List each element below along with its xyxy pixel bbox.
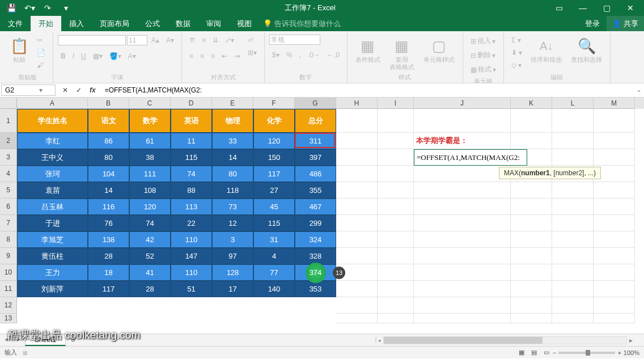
cell-F1[interactable]: 化学 [253,109,295,133]
align-left-icon[interactable]: ≡ [187,50,196,62]
fill-color-icon[interactable]: 🪣▾ [107,50,124,62]
cell-E3[interactable]: 14 [212,149,253,166]
cell-G6[interactable]: 467 [295,199,336,215]
font-family-input[interactable] [58,35,126,45]
cell-M9[interactable] [594,248,635,264]
cell-F5[interactable]: 27 [253,182,295,199]
font-size-input[interactable] [127,35,147,45]
cell-K8[interactable] [511,231,552,248]
share-button[interactable]: 👤 共享 [607,16,644,31]
cell-B2[interactable]: 86 [88,133,129,149]
cell-K6[interactable] [511,199,552,215]
cell-J10[interactable] [414,264,511,281]
zoom-in-icon[interactable]: + [617,349,621,356]
cell-I8[interactable] [378,231,414,248]
align-top-icon[interactable]: ⇈ [187,35,198,46]
cell-C8[interactable]: 42 [129,231,171,248]
cell-B6[interactable]: 116 [88,199,129,215]
cell-D9[interactable]: 147 [171,248,212,264]
cell-A11[interactable]: 刘新萍 [17,281,88,297]
cell-H1[interactable] [336,109,378,133]
cell-L12[interactable] [552,297,594,314]
cell-B11[interactable]: 117 [88,281,129,297]
delete-cells-button[interactable]: ⊟ 删除 ▾ [468,49,499,62]
cell-G3[interactable]: 397 [295,149,336,166]
cell-M6[interactable] [594,199,635,215]
cell-I1[interactable] [378,109,414,133]
cell-H4[interactable] [336,166,378,182]
col-header-M[interactable]: M [594,98,635,109]
cell-D5[interactable]: 88 [171,182,212,199]
sort-filter-button[interactable]: A↓排序和筛选 [527,35,565,65]
cell-D10[interactable]: 110 [171,264,212,281]
cell-G5[interactable]: 355 [295,182,336,199]
col-header-K[interactable]: K [511,98,552,109]
format-cells-button[interactable]: ▦ 格式 ▾ [468,63,499,76]
col-header-D[interactable]: D [171,98,212,109]
cell-I5[interactable] [378,182,414,199]
row-header-7[interactable]: 7 [0,215,17,231]
cell-H11[interactable] [336,281,378,297]
cell-D8[interactable]: 110 [171,231,212,248]
cell-I12[interactable] [378,297,414,314]
dec-decimal-icon[interactable]: ←.0 [324,49,342,61]
cell-J3[interactable]: =OFFSET(A1,MATCH(MAX(G2: [414,149,527,166]
cell-M10[interactable] [594,264,635,281]
row-header-3[interactable]: 3 [0,149,17,166]
cell-A5[interactable]: 袁苗 [17,182,88,199]
cell-A3[interactable]: 王中义 [17,149,88,166]
cell-L11[interactable] [552,281,594,297]
cell-M3[interactable] [594,149,635,166]
cell-J6[interactable] [414,199,511,215]
percent-icon[interactable]: % [283,49,295,61]
cell-J4[interactable] [414,166,511,182]
cell-B9[interactable]: 28 [88,248,129,264]
currency-icon[interactable]: $▾ [269,49,282,61]
cell-L5[interactable] [552,182,594,199]
fx-icon[interactable]: fx [87,85,98,95]
cell-M7[interactable] [594,215,635,231]
cell-B4[interactable]: 104 [88,166,129,182]
cell-D6[interactable]: 113 [171,199,212,215]
indent-inc-icon[interactable]: ⇥ [231,50,243,62]
row-header-12[interactable]: 12 [0,297,17,314]
tab-home[interactable]: 开始 [31,16,61,31]
ribbon-options-icon[interactable]: ▭ [548,0,570,16]
cell-K12[interactable] [511,297,552,314]
row-header-2[interactable]: 2 [0,133,17,149]
formula-input[interactable] [101,83,634,97]
cell-F9[interactable]: 4 [253,248,295,264]
col-header-I[interactable]: I [378,98,414,109]
row-header-13[interactable]: 13 [0,314,17,323]
row-header-6[interactable]: 6 [0,199,17,215]
cell-H7[interactable] [336,215,378,231]
cell-J1[interactable] [414,109,511,133]
cell-M1[interactable] [594,109,635,133]
row-header-11[interactable]: 11 [0,281,17,297]
cell-M5[interactable] [594,182,635,199]
format-painter-icon[interactable]: 🖌 [34,60,48,71]
row-header-4[interactable]: 4 [0,166,17,182]
cell-I13[interactable] [378,314,414,323]
indent-dec-icon[interactable]: ⇤ [219,50,230,62]
cell-J11[interactable] [414,281,511,297]
cell-L8[interactable] [552,231,594,248]
cell-G1[interactable]: 总分 [295,109,336,133]
fill-icon[interactable]: ⬇ ▾ [509,47,525,58]
row-header-1[interactable]: 1 [0,109,17,133]
cell-E2[interactable]: 33 [212,133,253,149]
cell-M13[interactable] [594,314,635,323]
cell-F3[interactable]: 150 [253,149,295,166]
cell-M11[interactable] [594,281,635,297]
cell-C1[interactable]: 数学 [129,109,171,133]
cell-K2[interactable] [511,133,552,149]
bold-button[interactable]: B [58,50,69,62]
cell-I4[interactable] [378,166,414,182]
cell-E8[interactable]: 3 [212,231,253,248]
cell-D7[interactable]: 22 [171,215,212,231]
redo-icon[interactable]: ↷ [41,1,54,15]
cell-E9[interactable]: 97 [212,248,253,264]
cell-J7[interactable] [414,215,511,231]
cell-F10[interactable]: 77 [253,264,295,281]
cell-A4[interactable]: 张珂 [17,166,88,182]
